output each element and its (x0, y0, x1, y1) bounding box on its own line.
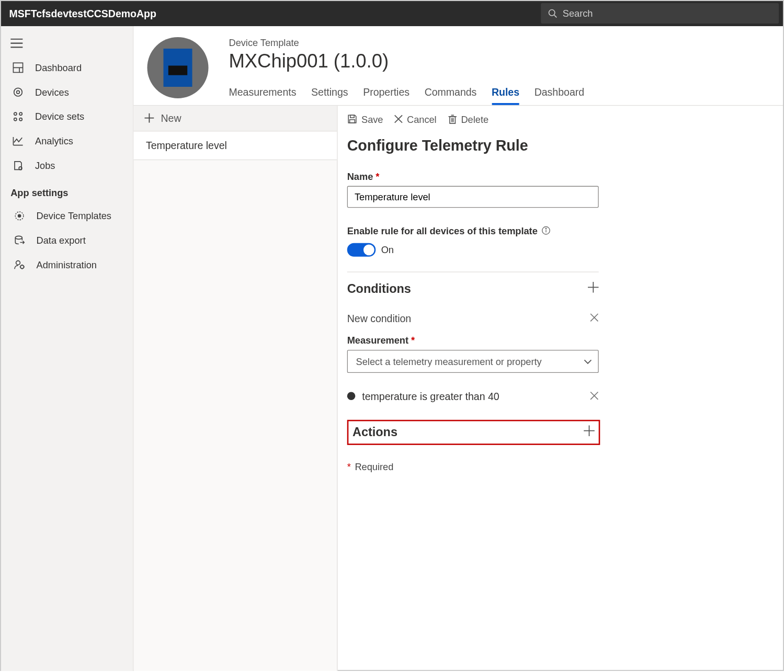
sidebar-item-device-sets[interactable]: Device sets (1, 104, 133, 129)
content-header: Device Template MXChip001 (1.0.0) Measur… (133, 26, 783, 105)
required-note: * Required (347, 461, 774, 472)
templates-icon (12, 210, 27, 221)
tab-measurements[interactable]: Measurements (229, 86, 296, 105)
sidebar-item-label: Device sets (35, 111, 84, 122)
remove-new-condition-button[interactable] (590, 312, 599, 324)
admin-icon (12, 259, 27, 270)
sidebar: Dashboard Devices Device sets Analytics (1, 26, 133, 671)
name-label: Name * (347, 171, 774, 182)
cancel-button[interactable]: Cancel (394, 114, 436, 125)
sidebar-item-analytics[interactable]: Analytics (1, 129, 133, 153)
delete-button[interactable]: Delete (447, 114, 488, 125)
conditions-label: Conditions (347, 282, 411, 296)
close-icon (394, 115, 403, 124)
svg-rect-23 (350, 120, 355, 123)
trash-icon (447, 114, 457, 124)
svg-point-17 (15, 236, 22, 239)
existing-condition[interactable]: temperature is greater than 40 (347, 391, 599, 402)
svg-rect-26 (449, 117, 455, 124)
tab-dashboard[interactable]: Dashboard (535, 86, 584, 105)
rule-list-item[interactable]: Temperature level (133, 131, 337, 160)
svg-point-0 (549, 10, 554, 16)
sidebar-item-label: Device Templates (37, 210, 111, 221)
svg-point-9 (17, 90, 20, 94)
close-icon (590, 391, 599, 400)
sidebar-item-devices[interactable]: Devices (1, 80, 133, 105)
sidebar-item-label: Devices (35, 87, 69, 98)
enable-toggle[interactable] (347, 243, 376, 257)
remove-condition-button[interactable] (590, 391, 599, 402)
search-input[interactable]: Search (541, 3, 779, 24)
svg-point-12 (14, 118, 17, 120)
plus-icon (144, 113, 154, 123)
close-icon (590, 313, 599, 322)
sidebar-item-device-templates[interactable]: Device Templates (1, 203, 133, 228)
svg-point-18 (16, 260, 20, 265)
svg-point-10 (14, 112, 17, 115)
sidebar-item-label: Analytics (35, 135, 73, 146)
rule-form-title: Configure Telemetry Rule (347, 137, 774, 155)
tab-properties[interactable]: Properties (363, 86, 410, 105)
new-condition-label: New condition (347, 312, 411, 324)
app-title: MSFTcfsdevtestCCSDemoApp (1, 8, 156, 19)
breadcrumb: Device Template (229, 37, 584, 48)
rules-list-panel: New Temperature level (133, 106, 337, 671)
tabs: Measurements Settings Properties Command… (229, 86, 584, 105)
top-bar: MSFTcfsdevtestCCSDemoApp Search (1, 1, 783, 26)
save-icon (347, 114, 358, 124)
devices-icon (10, 87, 26, 98)
svg-point-8 (14, 88, 22, 96)
measurement-label: Measurement * (347, 335, 774, 346)
add-condition-button[interactable] (588, 282, 599, 296)
search-icon (548, 9, 557, 18)
sidebar-item-label: Administration (37, 259, 97, 270)
svg-point-13 (19, 118, 22, 120)
toggle-state-label: On (381, 244, 394, 255)
sidebar-item-label: Data export (37, 235, 86, 246)
rule-name-input[interactable] (347, 186, 599, 208)
add-action-button[interactable] (584, 425, 595, 439)
device-image (147, 37, 209, 98)
info-icon[interactable] (542, 226, 551, 235)
svg-rect-22 (350, 116, 354, 118)
dashboard-icon (10, 62, 26, 73)
jobs-icon (10, 160, 26, 171)
measurement-select[interactable]: Select a telemetry measurement or proper… (347, 350, 599, 373)
sidebar-item-data-export[interactable]: Data export (1, 228, 133, 253)
svg-point-19 (20, 265, 24, 269)
sidebar-item-jobs[interactable]: Jobs (1, 153, 133, 178)
actions-section: Actions (347, 420, 600, 445)
sidebar-item-administration[interactable]: Administration (1, 253, 133, 277)
enable-label: Enable rule for all devices of this temp… (347, 225, 774, 236)
new-rule-button[interactable]: New (133, 106, 337, 131)
tab-commands[interactable]: Commands (425, 86, 477, 105)
svg-point-16 (18, 214, 21, 217)
rule-detail-panel: Save Cancel Delete Configure Telemetry R… (338, 106, 783, 671)
save-button[interactable]: Save (347, 114, 383, 125)
page-title: MXChip001 (1.0.0) (229, 51, 584, 73)
bullet-icon (347, 392, 356, 400)
sidebar-item-label: Jobs (35, 160, 55, 171)
svg-point-33 (546, 229, 546, 229)
sidebar-item-label: Dashboard (35, 62, 82, 73)
analytics-icon (10, 135, 26, 146)
device-sets-icon (10, 111, 26, 122)
tab-rules[interactable]: Rules (492, 86, 519, 105)
tab-settings[interactable]: Settings (311, 86, 348, 105)
actions-label: Actions (353, 425, 397, 439)
plus-icon (588, 282, 599, 293)
hamburger-icon[interactable] (1, 33, 133, 55)
svg-line-1 (554, 15, 557, 18)
sidebar-group-label: App settings (1, 178, 133, 203)
sidebar-item-dashboard[interactable]: Dashboard (1, 55, 133, 80)
svg-point-11 (19, 112, 22, 115)
plus-icon (584, 425, 595, 436)
export-icon (12, 235, 27, 246)
